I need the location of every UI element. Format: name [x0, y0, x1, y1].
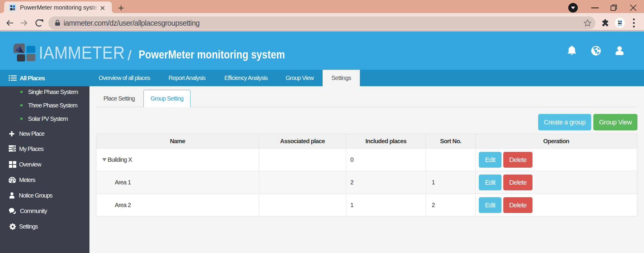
svg-text:DEVICEBIT: DEVICEBIT [617, 25, 622, 26]
